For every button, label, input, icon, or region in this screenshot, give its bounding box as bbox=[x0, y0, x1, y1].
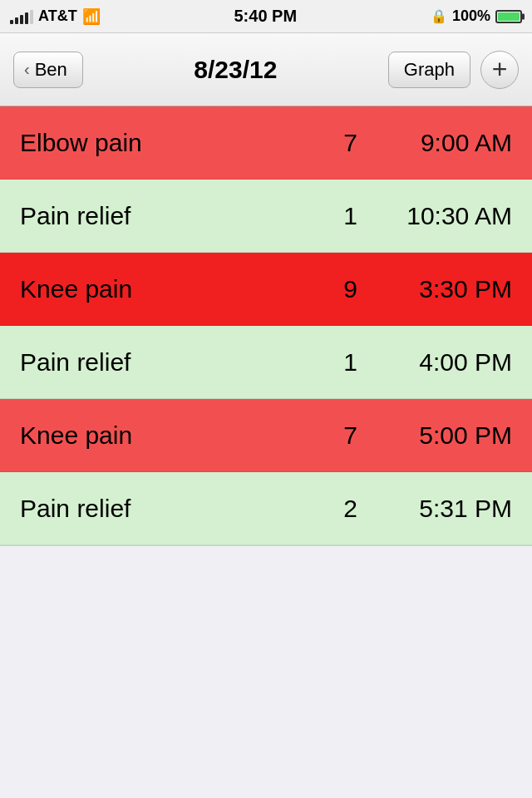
battery-icon bbox=[495, 10, 522, 23]
entry-time: 3:30 PM bbox=[387, 275, 512, 303]
nav-right-group: Graph + bbox=[388, 51, 519, 89]
entry-list: Elbow pain79:00 AMPain relief110:30 AMKn… bbox=[0, 106, 532, 545]
back-button-label: Ben bbox=[35, 59, 67, 81]
graph-button[interactable]: Graph bbox=[388, 52, 470, 88]
add-button[interactable]: + bbox=[480, 51, 519, 89]
entry-time: 9:00 AM bbox=[387, 129, 512, 157]
nav-title: 8/23/12 bbox=[194, 56, 277, 84]
back-button[interactable]: ‹ Ben bbox=[13, 52, 83, 88]
entry-value: 7 bbox=[343, 421, 357, 450]
entry-label: Pain relief bbox=[20, 348, 343, 377]
signal-bars-icon bbox=[10, 9, 33, 24]
chevron-left-icon: ‹ bbox=[24, 60, 30, 79]
entry-value: 1 bbox=[343, 348, 357, 377]
entry-time: 5:00 PM bbox=[387, 421, 512, 450]
nav-bar: ‹ Ben 8/23/12 Graph + bbox=[0, 33, 532, 106]
entry-time: 5:31 PM bbox=[387, 495, 512, 523]
entry-value: 7 bbox=[343, 129, 357, 157]
lock-icon: 🔒 bbox=[431, 8, 447, 24]
table-row[interactable]: Pain relief14:00 PM bbox=[0, 326, 532, 399]
entry-label: Pain relief bbox=[20, 202, 343, 230]
entry-value: 2 bbox=[343, 495, 357, 523]
table-row[interactable]: Elbow pain79:00 AM bbox=[0, 106, 532, 180]
carrier-signal: AT&T 📶 bbox=[10, 7, 101, 26]
table-row[interactable]: Pain relief110:30 AM bbox=[0, 180, 532, 253]
status-time: 5:40 PM bbox=[234, 7, 298, 26]
table-row[interactable]: Pain relief25:31 PM bbox=[0, 472, 532, 545]
entry-label: Pain relief bbox=[20, 495, 343, 523]
table-row[interactable]: Knee pain75:00 PM bbox=[0, 399, 532, 472]
table-row[interactable]: Knee pain93:30 PM bbox=[0, 253, 532, 326]
battery-area: 🔒 100% bbox=[431, 7, 522, 25]
entry-time: 4:00 PM bbox=[387, 348, 512, 377]
plus-icon: + bbox=[492, 54, 508, 85]
bottom-area bbox=[0, 545, 532, 546]
graph-button-label: Graph bbox=[404, 59, 455, 80]
entry-label: Knee pain bbox=[20, 421, 343, 450]
entry-label: Knee pain bbox=[20, 275, 343, 303]
entry-time: 10:30 AM bbox=[387, 202, 512, 230]
entry-value: 9 bbox=[343, 275, 357, 303]
status-bar: AT&T 📶 5:40 PM 🔒 100% bbox=[0, 0, 532, 33]
carrier-label: AT&T bbox=[38, 7, 77, 25]
battery-percent-label: 100% bbox=[452, 7, 490, 25]
entry-label: Elbow pain bbox=[20, 129, 343, 157]
wifi-icon: 📶 bbox=[82, 7, 101, 26]
entry-value: 1 bbox=[343, 202, 357, 230]
